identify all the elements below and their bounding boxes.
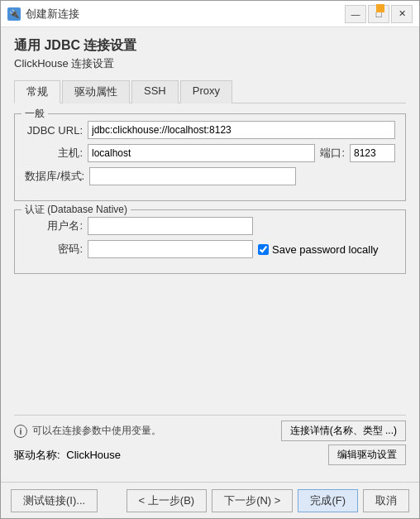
tab-ssh[interactable]: SSH <box>131 80 179 103</box>
save-password-label: Save password locally <box>272 243 379 256</box>
db-input[interactable] <box>89 167 296 185</box>
password-input[interactable] <box>88 240 253 258</box>
driver-label-text: 驱动名称: <box>14 449 60 461</box>
tabs-bar: 常规 驱动属性 SSH Proxy <box>14 79 406 103</box>
info-icon: i <box>14 425 27 438</box>
finish-button[interactable]: 完成(F) <box>298 489 358 512</box>
footer: 测试链接(I)... < 上一步(B) 下一步(N) > 完成(F) 取消 <box>1 482 419 518</box>
info-bar: i 可以在连接参数中使用变量。 连接详情(名称、类型 ...) <box>14 415 406 441</box>
auth-group-label: 认证 (Database Native) <box>21 203 131 217</box>
general-group: 一般 JDBC URL: 主机: 端口: 数据库/模式: <box>14 113 406 201</box>
title-bar-left: 🔌 创建新连接 <box>7 7 79 22</box>
tab-driver[interactable]: 驱动属性 <box>62 80 130 103</box>
app-icon: 🔌 <box>7 7 21 21</box>
cancel-button[interactable]: 取消 <box>363 489 409 512</box>
driver-name-value: ClickHouse <box>66 449 121 461</box>
driver-bar: 驱动名称: ClickHouse 编辑驱动设置 <box>14 445 406 465</box>
jdbc-url-input[interactable] <box>88 121 395 139</box>
save-password-row: Save password locally <box>258 243 379 256</box>
host-label: 主机: <box>25 146 83 161</box>
tab-general[interactable]: 常规 <box>14 80 60 103</box>
content-area: 通用 JDBC 连接设置 ClickHouse 连接设置 常规 驱动属性 SSH… <box>1 27 419 482</box>
username-label: 用户名: <box>25 219 83 233</box>
prev-button[interactable]: < 上一步(B) <box>126 489 208 512</box>
password-label: 密码: <box>25 242 83 257</box>
username-row: 用户名: <box>25 217 395 235</box>
host-port-row: 主机: 端口: <box>25 144 395 162</box>
edit-driver-button[interactable]: 编辑驱动设置 <box>328 445 406 465</box>
host-input[interactable] <box>88 144 315 162</box>
auth-group: 认证 (Database Native) 用户名: 密码: Save passw… <box>14 209 406 274</box>
subtitle: ClickHouse 连接设置 <box>14 56 406 71</box>
title-bar: 🔌 创建新连接 — □ ✕ <box>1 1 419 27</box>
jdbc-url-label: JDBC URL: <box>25 124 83 137</box>
accent-indicator <box>376 4 384 12</box>
window-title: 创建新连接 <box>26 7 79 22</box>
jdbc-url-row: JDBC URL: <box>25 121 395 139</box>
next-button[interactable]: 下一步(N) > <box>212 489 293 512</box>
db-row: 数据库/模式: <box>25 167 395 185</box>
general-group-label: 一般 <box>21 107 48 121</box>
minimize-button[interactable]: — <box>345 5 366 23</box>
connection-details-button[interactable]: 连接详情(名称、类型 ...) <box>281 420 406 441</box>
close-button[interactable]: ✕ <box>391 5 413 23</box>
password-row: 密码: Save password locally <box>25 240 395 258</box>
username-input[interactable] <box>88 217 253 235</box>
tab-proxy[interactable]: Proxy <box>180 80 232 103</box>
driver-name-label: 驱动名称: ClickHouse <box>14 448 121 463</box>
main-window: 🔌 创建新连接 — □ ✕ 通用 JDBC 连接设置 ClickHouse 连接… <box>0 0 420 519</box>
info-left: i 可以在连接参数中使用变量。 <box>14 424 161 438</box>
port-input[interactable] <box>350 144 395 162</box>
db-label: 数据库/模式: <box>25 169 84 184</box>
port-label: 端口: <box>320 146 345 161</box>
info-text: 可以在连接参数中使用变量。 <box>32 424 161 438</box>
save-password-checkbox[interactable] <box>258 244 269 255</box>
main-title: 通用 JDBC 连接设置 <box>14 37 406 55</box>
test-connection-button[interactable]: 测试链接(I)... <box>11 489 98 512</box>
